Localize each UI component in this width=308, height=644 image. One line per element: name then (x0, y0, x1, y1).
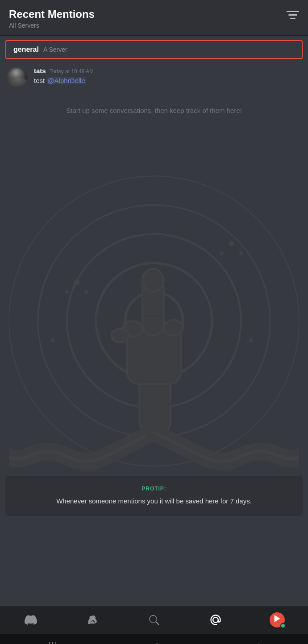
empty-state-text: Start up some conversations, then keep t… (66, 107, 242, 114)
content-area: general A Server tats Today at 10:49 AM … (0, 36, 308, 606)
search-icon (148, 614, 160, 626)
spacer (0, 516, 308, 605)
android-home-button[interactable]: ○ (154, 640, 160, 644)
svg-point-9 (239, 251, 243, 255)
svg-point-13 (65, 290, 69, 294)
message-meta: tats Today at 10:49 AM (34, 67, 301, 75)
svg-point-22 (112, 328, 129, 342)
nav-item-profile[interactable] (266, 609, 288, 631)
online-indicator (280, 623, 286, 628)
filter-icon[interactable] (287, 10, 299, 22)
page-title: Recent Mentions (9, 8, 95, 21)
svg-rect-1 (288, 14, 297, 16)
nav-item-home[interactable] (20, 609, 42, 631)
svg-rect-0 (287, 11, 299, 12)
server-name: A Server (43, 46, 67, 53)
svg-point-10 (220, 251, 224, 255)
mention-tag: @AlphrDelle (46, 77, 86, 84)
android-back-button[interactable]: ‹ (256, 640, 259, 644)
svg-point-15 (50, 338, 54, 342)
message-author: tats (34, 67, 46, 75)
protip-box: PROTIP: Whenever someone mentions you it… (5, 476, 303, 516)
android-recents-button[interactable]: ||| (48, 641, 57, 644)
nav-avatar (270, 612, 285, 627)
svg-rect-2 (290, 18, 296, 19)
nav-item-friends[interactable] (81, 609, 104, 631)
illustration (9, 128, 299, 476)
header: Recent Mentions All Servers (0, 0, 308, 36)
empty-state: Start up some conversations, then keep t… (0, 93, 308, 476)
friends-icon (86, 614, 99, 626)
channel-name: general (13, 46, 39, 54)
protip-label: PROTIP: (19, 486, 289, 492)
header-left: Recent Mentions All Servers (9, 8, 95, 29)
header-subtitle: All Servers (9, 22, 95, 29)
at-icon (209, 614, 222, 626)
nav-item-search[interactable] (143, 609, 165, 631)
svg-point-21 (164, 320, 183, 336)
message-prefix: test (34, 77, 46, 84)
mention-section: general A Server tats Today at 10:49 AM … (0, 36, 308, 93)
svg-point-14 (249, 338, 253, 342)
avatar (7, 67, 28, 87)
svg-point-12 (84, 290, 88, 294)
bottom-nav (0, 605, 308, 634)
discord-icon (25, 614, 37, 626)
channel-header: general A Server (5, 40, 303, 59)
android-nav: ||| ○ ‹ (0, 634, 308, 644)
message-row: tats Today at 10:49 AM test @AlphrDelle (0, 63, 308, 93)
svg-point-8 (229, 241, 234, 246)
protip-text: Whenever someone mentions you it will be… (19, 496, 289, 507)
message-text: test @AlphrDelle (34, 76, 301, 85)
svg-point-19 (142, 269, 164, 292)
message-timestamp: Today at 10:49 AM (50, 68, 94, 75)
message-content: tats Today at 10:49 AM test @AlphrDelle (34, 67, 301, 85)
nav-item-mentions[interactable] (204, 609, 227, 631)
svg-point-11 (74, 279, 79, 285)
